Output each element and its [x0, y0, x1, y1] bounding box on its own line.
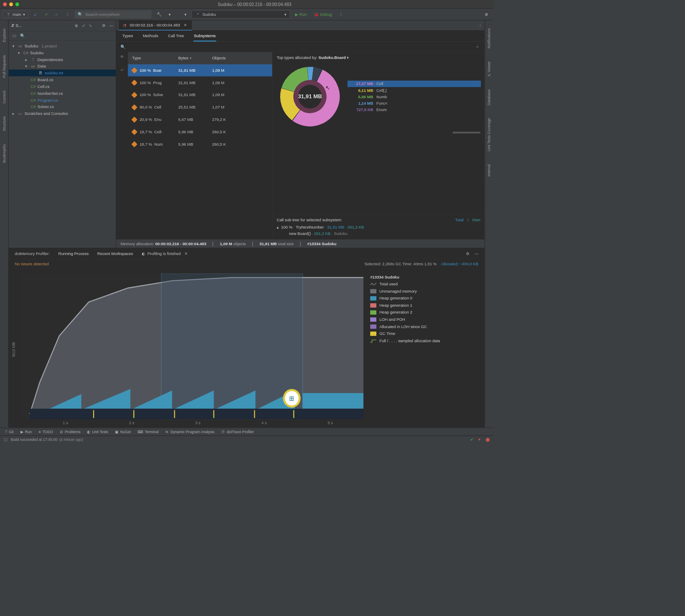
tree-node[interactable]: 🖹sudoku.txt: [9, 70, 116, 76]
col-objects[interactable]: Objects: [212, 56, 268, 60]
col-bytes[interactable]: Bytes ▾: [179, 56, 212, 60]
run-button[interactable]: ▶ Run: [293, 11, 309, 18]
tree-root[interactable]: ▾ ▭ Sudoku · 1 project: [9, 42, 116, 49]
call-tree-row[interactable]: ▴ 100 % TryNextNumber · 31,91 MB · 291,2…: [277, 224, 480, 230]
tool-strip-il-viewer[interactable]: IL Viewer: [486, 59, 492, 78]
table-row[interactable]: 80,0 % Cell25,51 MB1,07 M: [128, 101, 272, 114]
legend-row[interactable]: Unmanaged memory: [370, 288, 478, 295]
inspection-ok-icon[interactable]: ✔: [470, 437, 473, 442]
legend-row[interactable]: 727,5 KBEnum: [348, 106, 481, 113]
legend-row[interactable]: Full / . . . . sampled allocation data: [370, 337, 478, 344]
tool-strip-database[interactable]: Database: [486, 88, 492, 107]
tree-node[interactable]: ▸ᛘDependencies: [9, 56, 116, 63]
subtab-call-tree[interactable]: Call Tree: [167, 31, 184, 41]
tool-strip-internal[interactable]: Internal: [486, 162, 492, 178]
tree-node[interactable]: ▾▭Data: [9, 63, 116, 70]
tool-strip-explorer[interactable]: Explorer: [1, 26, 7, 44]
project-tree[interactable]: ▾ ▭ Sudoku · 1 project ▾C#Sudoku▸ᛘDepend…: [9, 41, 116, 248]
minimize-window-icon[interactable]: [9, 2, 13, 6]
search-everywhere[interactable]: 🔍 Search everywhere: [75, 10, 152, 18]
bottom-tab-dynamic-program-analysis[interactable]: ≋Dynamic Program Analysis: [165, 429, 214, 434]
subtab-methods[interactable]: Methods: [142, 31, 159, 41]
close-icon[interactable]: ✕: [182, 22, 188, 28]
minimize-icon[interactable]: —: [109, 23, 113, 28]
table-row[interactable]: 18,7 % Num5,96 MB260,5 K: [128, 138, 272, 150]
tool-strip-bookmarks[interactable]: Bookmarks: [1, 142, 7, 164]
legend-row[interactable]: 5,96 MBNumb: [348, 94, 481, 100]
tool-strip-notifications[interactable]: Notifications: [486, 26, 492, 50]
run-config-selector[interactable]: ᴺ Sudoku ▾: [192, 10, 290, 18]
more-icon[interactable]: ⋮: [478, 23, 482, 28]
bottom-tab-git[interactable]: ᛘGit: [5, 429, 14, 434]
table-row[interactable]: 100 % Prog31,91 MB1,09 M: [128, 76, 272, 89]
minimize-icon[interactable]: —: [474, 252, 478, 256]
memory-timeline-chart[interactable]: ⊞: [20, 273, 363, 419]
filter-icon[interactable]: ⇄: [120, 67, 124, 72]
chevron-down-icon[interactable]: ▾: [167, 11, 174, 18]
legend-row[interactable]: LOH and POH: [370, 316, 478, 323]
tool-strip-pull-requests[interactable]: Pull Requests: [1, 53, 7, 79]
dm-active-session[interactable]: ◐ Profiling is finished ✕: [142, 251, 189, 257]
close-icon[interactable]: ✕: [183, 251, 189, 257]
tree-node[interactable]: C#NumberSet.cs: [9, 90, 116, 97]
toggle-total[interactable]: Total: [455, 217, 464, 222]
legend-row[interactable]: Heap generation 2: [370, 309, 478, 316]
col-type[interactable]: Type: [132, 56, 179, 60]
tree-node[interactable]: C#Program.cs: [9, 97, 116, 103]
table-row[interactable]: 18,7 % Cell-5,96 MB260,5 K: [128, 126, 272, 138]
collapse-all-icon[interactable]: ⤡: [89, 23, 92, 28]
bottom-tab-todo[interactable]: ≡TODO: [38, 429, 53, 434]
explorer-title[interactable]: ⇵ S...: [11, 23, 22, 28]
locate-icon[interactable]: ⊕: [75, 23, 78, 28]
chevron-down-icon[interactable]: ▾: [347, 55, 349, 60]
gear-icon[interactable]: ⚙: [466, 252, 470, 256]
tool-strip-commit[interactable]: Commit: [1, 89, 7, 105]
build-button[interactable]: 🔨: [154, 11, 164, 18]
bottom-tab-unit-tests[interactable]: ◐Unit Tests: [87, 429, 108, 434]
debug-button[interactable]: 🐞 Debug: [311, 11, 334, 18]
inspection-error-icon[interactable]: ⬤: [486, 437, 489, 442]
search-icon[interactable]: 🔍: [20, 33, 25, 38]
bottom-tab-nuget[interactable]: ▣NuGet: [115, 429, 131, 434]
bottom-tab-dottrace-profiler[interactable]: ⏱dotTrace Profiler: [221, 429, 254, 434]
close-icon[interactable]: ✕: [474, 44, 480, 50]
tool-strip-unit-tests-coverage[interactable]: Unit Tests Coverage: [486, 116, 492, 153]
profiler-search[interactable]: 🔍 ✕: [116, 42, 485, 52]
legend-row[interactable]: 1,14 MBFunc<: [348, 100, 481, 106]
close-window-icon[interactable]: [3, 2, 7, 6]
tree-node[interactable]: C#Solver.cs: [9, 103, 116, 110]
legend-row[interactable]: GC Time: [370, 330, 478, 337]
more-run-icon[interactable]: ⋮: [337, 11, 346, 18]
tree-node[interactable]: C#Cell.cs: [9, 83, 116, 90]
home-icon[interactable]: ⌂⃕: [12, 33, 16, 38]
table-row[interactable]: 100 % Boar31,91 MB1,09 M: [128, 64, 272, 76]
maximize-window-icon[interactable]: [15, 2, 19, 6]
expand-all-icon[interactable]: ⤢: [82, 23, 85, 28]
legend-row[interactable]: 6,11 MBCell[,]: [348, 87, 481, 93]
legend-row[interactable]: Heap generation 1: [370, 302, 478, 309]
toggle-own[interactable]: Own: [472, 217, 480, 222]
vcs-push-button[interactable]: ↗: [42, 11, 50, 18]
legend-row[interactable]: Allocated in LOH since GC: [370, 323, 478, 330]
call-tree-row[interactable]: new Board() · 291,2 KB · Sudoku: [277, 231, 480, 237]
tree-node[interactable]: ▾C#Sudoku: [9, 49, 116, 56]
tool-strip-structure[interactable]: Structure: [1, 114, 7, 133]
vcs-update-button[interactable]: ↙: [31, 11, 39, 18]
bottom-tab-problems[interactable]: ⊘Problems: [60, 429, 80, 434]
tree-node[interactable]: ▸▭Scratches and Consoles: [9, 110, 116, 117]
legend-row[interactable]: 17,27 MBCell: [348, 80, 481, 87]
legend-row[interactable]: Total used: [370, 281, 478, 288]
dm-recent-workspaces[interactable]: Recent Workspaces: [97, 252, 133, 256]
subtab-subsystems[interactable]: Subsystems: [193, 31, 217, 41]
legend-row[interactable]: Heap generation 0: [370, 295, 478, 302]
tree-node[interactable]: C#Board.cs: [9, 76, 116, 83]
eye-icon[interactable]: 👁: [120, 54, 124, 59]
dm-running-process[interactable]: Running Process: [58, 252, 88, 256]
editor-tab[interactable]: ◔ 00:00:02.216 - 00:00:04.483 ✕: [119, 21, 192, 31]
bottom-tab-run[interactable]: ▶Run: [20, 429, 32, 434]
more-vcs-icon[interactable]: ⋮: [63, 11, 72, 18]
vcs-commit-button[interactable]: ✓: [53, 11, 61, 18]
table-row[interactable]: 20,9 % Enu6,67 MB279,2 K: [128, 114, 272, 126]
settings-icon[interactable]: ⚙: [482, 11, 491, 18]
toggle-toolwindow-icon[interactable]: ▢: [4, 437, 7, 442]
